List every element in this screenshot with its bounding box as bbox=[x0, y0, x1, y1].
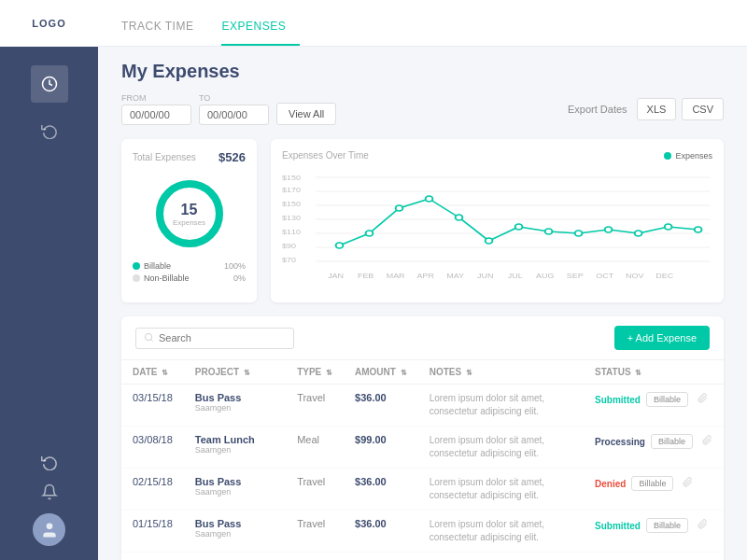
svg-text:$130: $130 bbox=[282, 215, 302, 222]
project-sub: Saamgen bbox=[195, 487, 275, 497]
svg-point-27 bbox=[605, 227, 613, 232]
svg-point-1 bbox=[46, 523, 52, 529]
cell-project: Bus Pass Saamgen bbox=[184, 511, 286, 553]
cell-project: Bus Pass Saamgen bbox=[184, 385, 286, 427]
svg-point-43 bbox=[145, 333, 151, 340]
attach-icon[interactable] bbox=[683, 477, 693, 490]
to-input[interactable] bbox=[199, 105, 269, 125]
status-badge: Denied bbox=[595, 479, 626, 489]
billable-badge[interactable]: Billable bbox=[651, 434, 693, 449]
svg-text:DEC: DEC bbox=[655, 273, 673, 280]
from-label: From bbox=[121, 93, 191, 103]
cell-amount: $99.00 bbox=[344, 427, 418, 469]
col-header-notes[interactable]: NOTES ⇅ bbox=[418, 360, 584, 385]
cell-amount: $36.00 bbox=[344, 511, 418, 553]
attach-icon[interactable] bbox=[702, 435, 712, 448]
xls-button[interactable]: XLS bbox=[637, 98, 677, 120]
page-title: My Expenses bbox=[121, 61, 724, 82]
svg-point-20 bbox=[396, 205, 403, 211]
svg-text:OCT: OCT bbox=[596, 273, 613, 280]
table-section: + Add Expense DATE ⇅ PROJECT ⇅ TYPE ⇅ bbox=[121, 316, 724, 560]
col-header-amount[interactable]: AMOUNT ⇅ bbox=[344, 360, 418, 385]
donut-center: 15 Expenses bbox=[173, 202, 205, 227]
cell-notes: Lorem ipsum dolor sit amet, consectetur … bbox=[418, 385, 584, 427]
cell-type: Travel bbox=[286, 511, 344, 553]
billable-badge[interactable]: Billable bbox=[646, 392, 688, 407]
cell-date: 02/15/18 bbox=[121, 469, 184, 511]
svg-text:JUN: JUN bbox=[477, 273, 494, 280]
cell-date: 12/20/17 bbox=[121, 553, 184, 561]
cell-status: Processing Billable bbox=[584, 553, 724, 561]
cell-notes: Lorem ipsum dolor sit amet, consectetur … bbox=[418, 511, 584, 553]
svg-text:JAN: JAN bbox=[328, 273, 344, 280]
cell-project: Uber to the Airport Saamgen bbox=[184, 553, 286, 561]
attach-icon[interactable] bbox=[698, 393, 708, 406]
status-badge: Submitted bbox=[595, 395, 641, 405]
cell-date: 01/15/18 bbox=[121, 511, 184, 553]
add-expense-button[interactable]: + Add Expense bbox=[614, 326, 710, 350]
col-header-project[interactable]: PROJECT ⇅ bbox=[184, 360, 286, 385]
line-legend-label: Expenses bbox=[675, 151, 712, 161]
cell-project: Bus Pass Saamgen bbox=[184, 469, 286, 511]
line-chart-card: Expenses Over Time Expenses $150 $170 $1… bbox=[271, 139, 724, 302]
donut-wrapper: 15 Expenses bbox=[148, 172, 232, 256]
donut-number: 15 bbox=[173, 202, 205, 218]
sidebar-icon-history[interactable] bbox=[31, 112, 68, 149]
project-name: Bus Pass bbox=[195, 392, 275, 403]
billable-pct: 100% bbox=[224, 261, 246, 271]
cell-status: Denied Billable bbox=[584, 469, 724, 511]
tab-expenses[interactable]: EXPENSES bbox=[221, 20, 300, 46]
billable-badge[interactable]: Billable bbox=[631, 476, 673, 491]
status-badge: Processing bbox=[595, 437, 645, 447]
svg-text:MAR: MAR bbox=[387, 273, 405, 280]
svg-point-24 bbox=[515, 224, 523, 230]
svg-line-44 bbox=[151, 339, 153, 341]
svg-point-18 bbox=[336, 243, 344, 248]
avatar[interactable] bbox=[33, 513, 65, 546]
col-header-status[interactable]: STATUS ⇅ bbox=[584, 360, 724, 385]
svg-text:$150: $150 bbox=[282, 201, 302, 208]
svg-text:$70: $70 bbox=[282, 257, 297, 264]
to-filter: To bbox=[199, 93, 269, 125]
cell-amount: $36.00 bbox=[344, 385, 418, 427]
donut-card-header: Total Expenses $526 bbox=[133, 150, 246, 164]
page-content: My Expenses From To View All Export Date… bbox=[98, 47, 747, 560]
view-all-button[interactable]: View All bbox=[276, 103, 336, 125]
nonbillable-dot bbox=[133, 274, 140, 282]
line-legend: Expenses bbox=[664, 151, 712, 161]
billable-dot bbox=[133, 262, 140, 270]
donut-total: $526 bbox=[218, 150, 246, 164]
billable-label: Billable bbox=[144, 261, 171, 271]
main-content: TRACK TIME EXPENSES My Expenses From To … bbox=[98, 0, 747, 560]
cell-amount: $15.25 bbox=[344, 553, 418, 561]
cell-notes: Lorem ipsum dolor sit amet, consectetur … bbox=[418, 469, 584, 511]
billable-badge[interactable]: Billable bbox=[646, 518, 688, 533]
cell-notes: Lorem ipsum dolor sit amet, consectetur … bbox=[418, 553, 584, 561]
attach-icon[interactable] bbox=[698, 519, 708, 532]
sidebar-bell-icon[interactable] bbox=[41, 483, 58, 504]
to-label: To bbox=[199, 93, 269, 103]
from-input[interactable] bbox=[121, 105, 191, 125]
project-sub: Saamgen bbox=[195, 529, 275, 539]
svg-point-19 bbox=[366, 231, 374, 236]
line-chart-header: Expenses Over Time Expenses bbox=[282, 150, 712, 161]
col-header-type[interactable]: TYPE ⇅ bbox=[286, 360, 344, 385]
svg-point-28 bbox=[635, 231, 642, 236]
sidebar-history-icon[interactable] bbox=[41, 454, 58, 474]
svg-point-30 bbox=[695, 227, 702, 232]
sidebar-icon-clock[interactable] bbox=[31, 65, 68, 103]
project-sub: Saamgen bbox=[195, 403, 275, 413]
svg-point-25 bbox=[545, 229, 553, 234]
sidebar-logo: LOGO bbox=[0, 0, 98, 47]
svg-text:$110: $110 bbox=[282, 229, 302, 236]
svg-text:$150: $150 bbox=[282, 175, 302, 182]
csv-button[interactable]: CSV bbox=[682, 98, 724, 120]
col-header-date[interactable]: DATE ⇅ bbox=[121, 360, 184, 385]
line-chart-svg: $150 $170 $150 $130 $110 $90 $70 bbox=[282, 166, 712, 287]
topnav: TRACK TIME EXPENSES bbox=[98, 0, 747, 47]
search-input[interactable] bbox=[159, 332, 286, 343]
project-name: Bus Pass bbox=[195, 518, 275, 529]
tab-track-time[interactable]: TRACK TIME bbox=[121, 20, 207, 46]
legend-billable: Billable 100% bbox=[133, 261, 246, 271]
search-icon bbox=[144, 332, 154, 344]
